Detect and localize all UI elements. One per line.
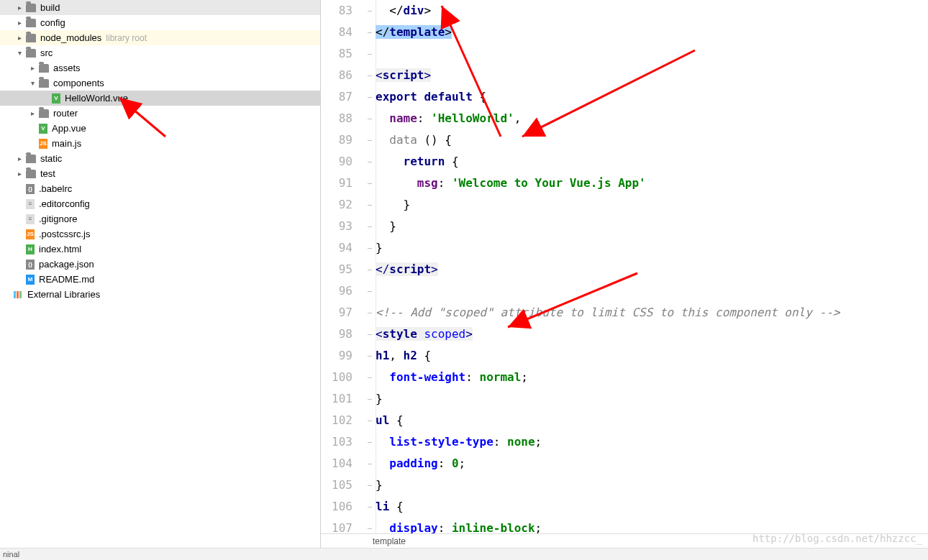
chevron-down-icon[interactable]: ▾ — [16, 50, 23, 57]
code-line[interactable]: } — [376, 216, 928, 237]
tree-item-label: .editorconfig — [39, 198, 90, 209]
tree-item[interactable]: ▸assets — [0, 60, 320, 75]
chevron-right-icon[interactable]: ▸ — [16, 170, 23, 178]
code-line[interactable]: padding: 0; — [376, 453, 928, 474]
tree-item-label: assets — [53, 63, 81, 73]
tree-item[interactable]: {}.babelrc — [0, 181, 320, 196]
folder-icon — [26, 19, 36, 27]
file-icon: ≡ — [26, 214, 35, 224]
tree-item-label: .babelrc — [39, 183, 72, 194]
code-line[interactable]: export default { — [376, 86, 928, 108]
tree-item-label: src — [40, 47, 53, 58]
code-line[interactable]: h1, h2 { — [376, 345, 928, 367]
tree-item-label: .postcssrc.js — [39, 229, 91, 239]
folder-icon — [39, 64, 49, 73]
tree-item[interactable]: JSmain.js — [0, 136, 320, 151]
json-file-icon: {} — [26, 260, 35, 270]
code-line[interactable]: li { — [376, 496, 928, 518]
code-line[interactable]: <!-- Add "scoped" attribute to limit CSS… — [376, 302, 928, 323]
chevron-right-icon[interactable]: ▸ — [16, 35, 23, 42]
code-line[interactable]: name: 'HelloWorld', — [376, 108, 928, 129]
chevron-right-icon[interactable]: ▸ — [16, 4, 23, 12]
tree-item-label: node_modules — [40, 32, 101, 43]
folder-icon — [39, 79, 49, 88]
code-line[interactable]: list-style-type: none; — [376, 431, 928, 453]
tree-item-label: router — [53, 108, 78, 119]
file-icon: ≡ — [26, 199, 35, 209]
chevron-right-icon[interactable]: ▸ — [16, 155, 23, 162]
code-line[interactable]: <script> — [376, 65, 928, 86]
code-line[interactable] — [376, 280, 928, 302]
code-line[interactable]: } — [376, 474, 928, 496]
code-line[interactable]: display: inline-block; — [376, 518, 928, 533]
chevron-right-icon[interactable]: ▸ — [29, 110, 36, 117]
code-line[interactable]: </script> — [376, 259, 928, 280]
library-icon — [13, 290, 23, 300]
tree-item[interactable]: Hindex.html — [0, 242, 320, 257]
tree-item-label: App.vue — [52, 123, 86, 134]
folder-icon — [39, 109, 49, 118]
folder-icon — [26, 34, 36, 42]
tree-item-label: config — [40, 17, 65, 28]
chevron-down-icon[interactable]: ▾ — [29, 80, 36, 87]
code-content[interactable]: </div></template><script>export default … — [376, 0, 928, 533]
code-line[interactable]: return { — [376, 151, 928, 173]
code-editor[interactable]: 8384858687888990919293949596979899100101… — [321, 0, 928, 548]
tree-item-hint: library root — [106, 33, 147, 43]
tree-item[interactable]: ▸router — [0, 106, 320, 121]
md-file-icon: M — [26, 275, 35, 285]
tree-item[interactable]: ≡.editorconfig — [0, 196, 320, 211]
code-line[interactable]: } — [376, 388, 928, 410]
code-line[interactable]: } — [376, 194, 928, 216]
tree-item[interactable]: ▾src — [0, 45, 320, 60]
tree-item[interactable]: ≡.gitignore — [0, 211, 320, 226]
code-line[interactable]: msg: 'Welcome to Your Vue.js App' — [376, 173, 928, 194]
folder-icon — [26, 4, 36, 12]
code-line[interactable]: font-weight: normal; — [376, 367, 928, 388]
tree-item-label: package.json — [39, 259, 94, 270]
tree-item-label: README.md — [39, 274, 94, 285]
tree-item[interactable]: VApp.vue — [0, 121, 320, 136]
code-line[interactable]: </template> — [376, 22, 928, 43]
chevron-right-icon[interactable]: ▸ — [16, 19, 23, 27]
chevron-right-icon[interactable]: ▸ — [29, 65, 36, 72]
project-tree[interactable]: ▸build▸config▸node_moduleslibrary root▾s… — [0, 0, 321, 548]
tree-item[interactable]: ▸static — [0, 151, 320, 166]
tree-item-label: External Libraries — [27, 289, 100, 300]
tree-item[interactable]: ▾components — [0, 75, 320, 91]
tree-item[interactable]: ▸node_moduleslibrary root — [0, 30, 320, 45]
svg-rect-0 — [14, 291, 16, 298]
fold-column[interactable]: ––––––––––––––––––––––––– — [364, 0, 376, 533]
tree-item-label: index.html — [39, 244, 81, 254]
vue-file-icon: V — [39, 124, 47, 134]
folder-icon — [26, 155, 36, 163]
tree-item[interactable]: VHelloWorld.vue — [0, 91, 320, 106]
tree-item[interactable]: ▸build — [0, 0, 320, 15]
code-line[interactable]: data () { — [376, 129, 928, 151]
svg-rect-2 — [19, 291, 22, 298]
code-line[interactable]: <style scoped> — [376, 323, 928, 345]
js-file-icon: JS — [39, 139, 47, 149]
tree-item[interactable]: ▸config — [0, 15, 320, 30]
tree-item-label: static — [40, 153, 62, 164]
external-libraries[interactable]: External Libraries — [0, 287, 320, 302]
html-file-icon: H — [26, 244, 35, 254]
tree-item[interactable]: {}package.json — [0, 257, 320, 272]
tree-item-label: components — [53, 78, 104, 88]
tree-item[interactable]: JS.postcssrc.js — [0, 226, 320, 242]
json-file-icon: {} — [26, 184, 35, 194]
tree-item-label: HelloWorld.vue — [65, 93, 128, 104]
tree-item[interactable]: ▸test — [0, 166, 320, 181]
code-line[interactable] — [376, 43, 928, 65]
code-line[interactable]: ul { — [376, 410, 928, 431]
vue-file-icon: V — [52, 93, 60, 104]
tree-item-label: build — [40, 2, 60, 13]
tree-item[interactable]: MREADME.md — [0, 272, 320, 287]
tree-item-label: .gitignore — [39, 214, 77, 224]
folder-icon — [26, 49, 36, 58]
breadcrumb[interactable]: template — [321, 533, 928, 548]
js-file-icon: JS — [26, 229, 35, 239]
code-line[interactable]: } — [376, 237, 928, 259]
status-bar: ninal — [0, 548, 928, 560]
code-line[interactable]: </div> — [376, 0, 928, 22]
